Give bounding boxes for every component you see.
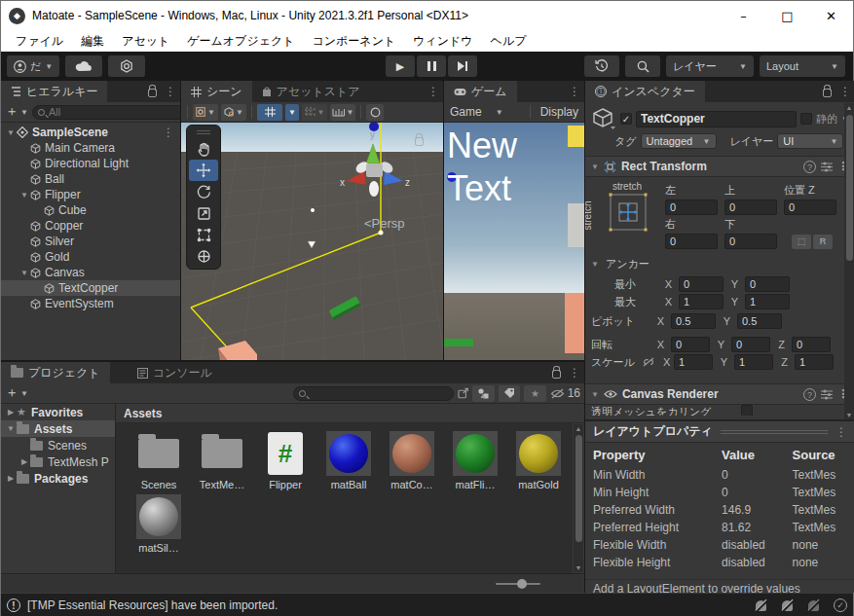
scale-z-field[interactable] [795,354,834,370]
hierarchy-search-input[interactable] [49,106,180,118]
project-search[interactable] [293,386,454,401]
lock-icon[interactable] [148,89,157,97]
tag-dropdown[interactable]: Untagged▼ [641,133,717,149]
hierarchy-item-TextCopper[interactable]: TextCopper [1,280,180,296]
draw-mode-dropdown[interactable]: ▼ [193,104,218,121]
project-tree-item-Favorites[interactable]: ▶★Favorites [1,404,115,420]
hierarchy-search[interactable] [32,105,180,120]
persp-label[interactable]: <Persp [364,216,405,231]
project-tree-item-Assets[interactable]: ▼Assets [1,420,115,437]
tab-console[interactable]: コンソール [128,362,222,383]
rotation-z-field[interactable] [792,337,831,352]
anchor-min-x-field[interactable] [679,276,724,292]
search-by-label-button[interactable] [499,385,520,402]
grid-visibility-toggle[interactable] [257,104,282,121]
plastic-scm-button[interactable] [108,55,145,77]
move-tool-button[interactable] [189,160,218,181]
foldout-icon[interactable]: ▶ [5,408,17,417]
transform-tool-button[interactable] [189,245,218,267]
snap-toggle[interactable]: ▼ [302,104,327,121]
hierarchy-item-Ball[interactable]: Ball [1,171,180,187]
presets-icon[interactable] [821,389,833,400]
anchor-min-y-field[interactable] [745,276,790,292]
asset-matBall[interactable]: matBall [319,431,378,490]
gameobject-cube-icon[interactable] [591,107,616,130]
hierarchy-item-Gold[interactable]: Gold [1,249,180,265]
gizmo-lock-icon[interactable] [415,137,424,146]
snap-increment-dropdown[interactable]: ▼ [330,104,355,121]
camera-settings-button[interactable] [366,104,384,121]
hidden-packages-toggle[interactable]: 16 [550,386,580,400]
hierarchy-item-EventSystem[interactable]: EventSystem [1,296,180,311]
rotation-y-field[interactable] [731,337,770,352]
rect-tool-button[interactable] [189,224,218,245]
menu-ファイル[interactable]: ファイル [7,30,72,52]
hierarchy-item-Canvas[interactable]: ▼Canvas [1,265,180,280]
step-button[interactable] [448,55,477,77]
foldout-icon[interactable]: ▼ [5,128,17,137]
account-button[interactable]: だ ▼ [7,55,59,77]
asset-Flipper[interactable]: #Flipper [256,431,315,490]
anchor-max-x-field[interactable] [679,294,724,309]
static-checkbox[interactable] [800,113,812,125]
minimize-button[interactable]: – [722,1,765,30]
undo-history-button[interactable] [584,55,619,77]
hierarchy-item-Copper[interactable]: Copper [1,218,180,234]
scale-x-field[interactable] [674,354,713,370]
add-object-button[interactable]: ＋▼ [5,103,28,121]
hierarchy-item-Silver[interactable]: Silver [1,234,180,249]
status-message[interactable]: [TMP Essential Resources] have been impo… [27,598,278,612]
hand-tool-button[interactable] [189,138,218,160]
foldout-icon[interactable]: ▼ [19,191,30,199]
favorites-star-button[interactable]: ★ [524,385,545,402]
layers-dropdown[interactable]: レイヤー ▼ [666,55,754,77]
posz-field[interactable] [784,199,836,215]
anchor-preset-button[interactable] [609,193,648,232]
right-field[interactable] [665,234,718,249]
asset-matSil…[interactable]: matSil… [130,494,188,554]
pivot-x-field[interactable] [671,313,716,329]
window-drag-handle[interactable] [721,430,828,434]
asset-matFli…[interactable]: matFli… [446,431,504,490]
tab-asset-store[interactable]: アセットストア [252,81,370,102]
anchor-max-y-field[interactable] [745,294,790,309]
scale-y-field[interactable] [734,354,773,370]
rotation-x-field[interactable] [671,337,710,352]
kebab-menu-icon[interactable]: ⋮ [569,366,580,380]
close-button[interactable]: ✕ [809,1,853,30]
tab-scene[interactable]: シーン [181,81,252,102]
foldout-icon[interactable]: ▼ [19,269,30,277]
assets-scrollbar[interactable]: ▲ ▼ [574,424,583,572]
canvas-renderer-header[interactable]: ▼ Canvas Renderer ? ⋮ [585,383,854,405]
menu-ヘルプ[interactable]: ヘルプ [482,30,536,52]
foldout-icon[interactable]: ▶ [5,474,17,483]
maximize-button[interactable]: □ [765,1,809,30]
game-mode-dropdown[interactable]: Game ▼ [450,105,520,119]
kebab-menu-icon[interactable]: ⋮ [165,85,176,98]
kebab-menu-icon[interactable]: ⋮ [839,85,851,98]
object-name-field[interactable] [636,111,797,127]
menu-ウィンドウ[interactable]: ウィンドウ [404,30,481,52]
lock-icon[interactable] [823,89,832,97]
help-icon[interactable]: ? [803,161,816,173]
inspector-scrollbar[interactable]: ▲ ▼ [844,103,854,419]
cull-transparent-mesh-checkbox[interactable] [741,405,753,416]
layer-dropdown[interactable]: UI▼ [777,133,843,149]
display-dropdown[interactable]: Display [540,105,578,119]
scale-link-icon[interactable] [643,357,654,367]
overlay-drag-handle[interactable] [189,128,218,136]
search-by-type-button[interactable] [472,385,494,402]
kebab-menu-icon[interactable]: ⋮ [163,126,174,139]
muted-notification-icon[interactable] [781,599,794,612]
active-checkbox[interactable]: ✓ [620,113,632,125]
project-tree-item-Scenes[interactable]: Scenes [1,437,115,453]
muted-notification-icon[interactable] [755,599,767,612]
project-tree-item-TextMesh P[interactable]: ▶TextMesh P [1,453,115,470]
tab-project[interactable]: プロジェクト [1,362,110,383]
menu-編集[interactable]: 編集 [72,30,113,52]
asset-matCo…[interactable]: matCo… [383,431,441,490]
foldout-icon[interactable]: ▼ [5,424,17,433]
presets-icon[interactable] [821,162,833,172]
tab-game[interactable]: ゲーム [444,81,517,102]
foldout-icon[interactable]: ▶ [19,457,30,466]
